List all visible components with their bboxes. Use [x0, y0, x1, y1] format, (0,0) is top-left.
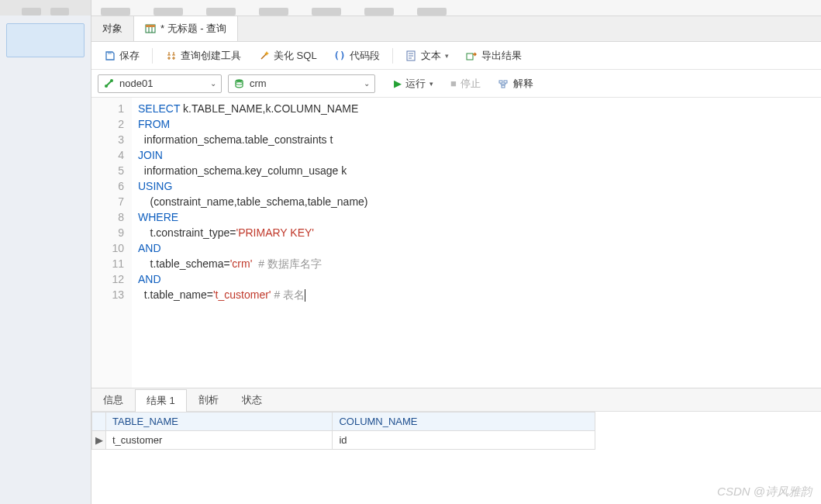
svg-point-13 [236, 82, 243, 85]
line-gutter: 12345678910111213 [91, 98, 132, 388]
explain-button[interactable]: 解释 [493, 75, 538, 92]
sidebar-placeholder [6, 23, 85, 57]
svg-point-10 [105, 85, 108, 88]
toolbar-label: 保存 [119, 49, 140, 63]
save-button[interactable]: 保存 [99, 47, 144, 64]
svg-rect-4 [108, 52, 112, 54]
toolbar-label: 导出结果 [481, 49, 522, 63]
connection-icon [103, 78, 115, 89]
chevron-down-icon: ⌄ [364, 79, 370, 88]
database-select[interactable]: crm ⌄ [228, 74, 375, 93]
svg-rect-14 [499, 81, 502, 83]
svg-rect-9 [467, 54, 473, 60]
svg-rect-1 [146, 25, 155, 27]
result-grid[interactable]: TABLE_NAMECOLUMN_NAME▶t_customerid [91, 412, 595, 450]
cell[interactable]: t_customer [106, 431, 333, 450]
column-header[interactable]: COLUMN_NAME [333, 413, 595, 431]
result-tab-result1[interactable]: 结果 1 [135, 389, 187, 412]
query-builder-button[interactable]: 查询创建工具 [160, 47, 246, 64]
result-tab-info[interactable]: 信息 [91, 388, 135, 411]
document-icon [405, 50, 417, 61]
results-panel: 信息 结果 1 剖析 状态 TABLE_NAMECOLUMN_NAME▶t_cu… [91, 388, 821, 504]
document-tabs: 对象 * 无标题 - 查询 [91, 16, 821, 42]
run-button[interactable]: ▶ 运行 ▾ [389, 75, 438, 92]
select-value: crm [250, 78, 267, 89]
export-icon [466, 50, 478, 61]
menubar [91, 0, 821, 16]
sql-editor[interactable]: 12345678910111213 SELECT k.TABLE_NAME,k.… [91, 98, 821, 388]
svg-rect-15 [504, 81, 507, 83]
tools-icon [165, 50, 177, 61]
row-indicator: ▶ [92, 431, 106, 450]
result-grid-container[interactable]: TABLE_NAMECOLUMN_NAME▶t_customerid [91, 412, 821, 504]
toolbar-label: 查询创建工具 [181, 49, 241, 63]
toolbar-label: 文本 [421, 49, 441, 63]
export-results-button[interactable]: 导出结果 [461, 47, 526, 64]
connection-select[interactable]: node01 ⌄ [98, 74, 222, 93]
code-snippet-button[interactable]: () 代码段 [329, 47, 385, 64]
table-icon [145, 23, 156, 34]
save-icon [104, 50, 116, 61]
stop-button[interactable]: ■ 停止 [446, 75, 485, 92]
play-icon: ▶ [394, 78, 402, 89]
run-label: 运行 [405, 77, 426, 91]
tab-label: * 无标题 - 查询 [160, 22, 226, 36]
tab-label: 对象 [102, 22, 122, 36]
toolbar-label: 美化 SQL [274, 49, 317, 63]
stop-icon: ■ [450, 78, 457, 89]
tab-query[interactable]: * 无标题 - 查询 [134, 16, 238, 41]
result-tab-status[interactable]: 状态 [230, 388, 274, 411]
toolbar: 保存 查询创建工具 美化 SQL () 代码段 [91, 42, 821, 70]
explain-icon [498, 78, 509, 89]
chevron-down-icon: ▾ [429, 80, 433, 88]
stop-label: 停止 [461, 77, 481, 91]
tab-objects[interactable]: 对象 [91, 16, 134, 41]
parentheses-icon: () [334, 50, 346, 61]
toolbar-label: 代码段 [350, 49, 380, 63]
chevron-down-icon: ▾ [445, 52, 449, 60]
text-button[interactable]: 文本 ▾ [401, 47, 454, 64]
code-area[interactable]: SELECT k.TABLE_NAME,k.COLUMN_NAMEFROM in… [132, 98, 374, 388]
svg-point-11 [110, 79, 113, 82]
connection-row: node01 ⌄ crm ⌄ ▶ 运行 ▾ ■ 停止 [91, 70, 821, 98]
result-tabs: 信息 结果 1 剖析 状态 [91, 388, 821, 412]
table-row[interactable]: ▶t_customerid [92, 431, 595, 450]
beautify-sql-button[interactable]: 美化 SQL [254, 47, 322, 64]
left-sidebar [0, 0, 91, 504]
explain-label: 解释 [513, 77, 533, 91]
svg-rect-16 [502, 85, 505, 88]
cell[interactable]: id [333, 431, 595, 450]
wand-icon [258, 50, 270, 61]
chevron-down-icon: ⌄ [210, 79, 216, 88]
result-tab-profile[interactable]: 剖析 [187, 388, 230, 411]
select-value: node01 [119, 78, 153, 89]
database-icon [233, 78, 245, 89]
column-header[interactable]: TABLE_NAME [106, 413, 333, 431]
